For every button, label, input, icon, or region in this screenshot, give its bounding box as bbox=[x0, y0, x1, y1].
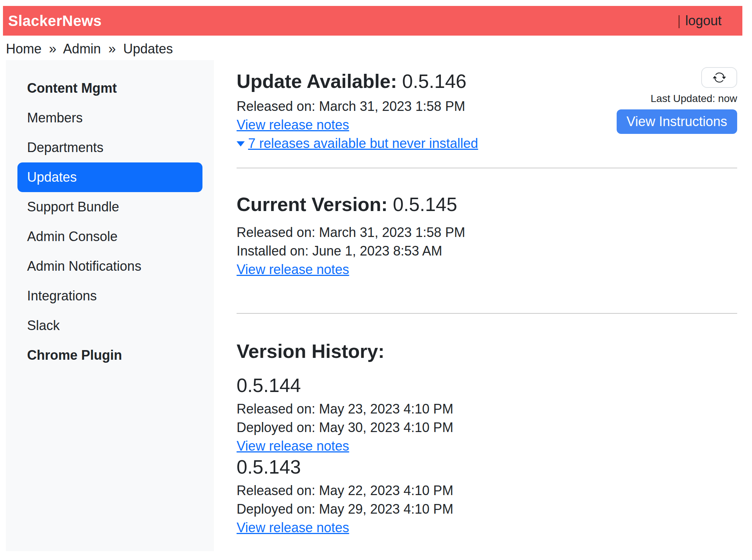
version-number: 0.5.144 bbox=[237, 374, 737, 397]
breadcrumb-item-updates: Updates bbox=[123, 41, 173, 56]
update-available-row: Update Available:0.5.146 Released on: Ma… bbox=[237, 60, 737, 153]
releases-toggle-link[interactable]: 7 releases available but never installed bbox=[237, 136, 478, 151]
caret-down-icon bbox=[237, 141, 245, 146]
entry-deployed-on: Deployed on: May 29, 2023 4:10 PM bbox=[237, 500, 737, 518]
release-notes-link[interactable]: View release notes bbox=[237, 438, 349, 454]
current-version-section: Current Version:0.5.145 Released on: Mar… bbox=[237, 193, 737, 279]
breadcrumb-separator: » bbox=[49, 41, 56, 56]
refresh-button[interactable] bbox=[701, 67, 737, 88]
app-header: SlackerNews | logout bbox=[3, 6, 742, 36]
entry-deployed-on: Deployed on: May 30, 2023 4:10 PM bbox=[237, 418, 737, 437]
current-installed-on: Installed on: June 1, 2023 8:53 AM bbox=[237, 242, 737, 260]
sidebar-item-members[interactable]: Members bbox=[17, 103, 202, 133]
breadcrumb-item-home[interactable]: Home bbox=[6, 41, 42, 56]
release-notes-link[interactable]: View release notes bbox=[237, 262, 349, 277]
breadcrumb: Home » Admin » Updates bbox=[6, 36, 746, 60]
brand-title: SlackerNews bbox=[8, 13, 102, 29]
content-area: Update Available:0.5.146 Released on: Ma… bbox=[214, 60, 752, 537]
breadcrumb-separator: » bbox=[108, 41, 116, 56]
update-released-on: Released on: March 31, 2023 1:58 PM bbox=[237, 97, 478, 116]
release-notes-link[interactable]: View release notes bbox=[237, 520, 349, 535]
arrow-repeat-icon bbox=[713, 71, 726, 84]
version-number: 0.5.143 bbox=[237, 455, 737, 478]
last-updated-text: Last Updated: now bbox=[651, 92, 738, 105]
logout-link[interactable]: logout bbox=[685, 13, 722, 29]
divider bbox=[237, 168, 737, 168]
sidebar-item-chrome-plugin[interactable]: Chrome Plugin bbox=[17, 340, 202, 370]
sidebar-item-departments[interactable]: Departments bbox=[17, 133, 202, 162]
releases-toggle-label: 7 releases available but never installed bbox=[248, 136, 478, 151]
sidebar-item-admin-notifications[interactable]: Admin Notifications bbox=[17, 251, 202, 281]
view-instructions-button[interactable]: View Instructions bbox=[617, 109, 737, 134]
divider bbox=[237, 313, 737, 314]
sidebar-item-updates[interactable]: Updates bbox=[17, 162, 202, 192]
breadcrumb-item-admin[interactable]: Admin bbox=[63, 41, 101, 56]
sidebar-item-content-mgmt[interactable]: Content Mgmt bbox=[17, 73, 202, 103]
version-history-heading: Version History: bbox=[237, 340, 737, 363]
current-version-label: Current Version: bbox=[237, 194, 387, 215]
update-available-label: Update Available: bbox=[237, 70, 397, 92]
entry-released-on: Released on: May 23, 2023 4:10 PM bbox=[237, 400, 737, 418]
sidebar-item-support-bundle[interactable]: Support Bundle bbox=[17, 192, 202, 222]
sidebar-item-admin-console[interactable]: Admin Console bbox=[17, 222, 202, 251]
sidebar: Content Mgmt Members Departments Updates… bbox=[6, 60, 214, 551]
current-released-on: Released on: March 31, 2023 1:58 PM bbox=[237, 223, 737, 242]
entry-released-on: Released on: May 22, 2023 4:10 PM bbox=[237, 481, 737, 500]
update-available-heading: Update Available:0.5.146 bbox=[237, 70, 478, 93]
logout-area: | logout bbox=[677, 13, 722, 29]
sidebar-item-slack[interactable]: Slack bbox=[17, 311, 202, 340]
current-version-number: 0.5.145 bbox=[393, 194, 457, 215]
main-layout: Content Mgmt Members Departments Updates… bbox=[0, 60, 752, 551]
update-controls: Last Updated: now View Instructions bbox=[617, 60, 737, 134]
update-available-version: 0.5.146 bbox=[402, 70, 466, 92]
release-notes-link[interactable]: View release notes bbox=[237, 117, 349, 132]
version-history-section: Version History: 0.5.144 Released on: Ma… bbox=[237, 340, 737, 537]
sidebar-item-integrations[interactable]: Integrations bbox=[17, 281, 202, 311]
current-version-heading: Current Version:0.5.145 bbox=[237, 193, 737, 216]
version-history-entry: 0.5.144 Released on: May 23, 2023 4:10 P… bbox=[237, 374, 737, 455]
version-history-entry: 0.5.143 Released on: May 22, 2023 4:10 P… bbox=[237, 455, 737, 537]
update-available-section: Update Available:0.5.146 Released on: Ma… bbox=[237, 60, 478, 153]
logout-separator: | bbox=[677, 13, 681, 29]
